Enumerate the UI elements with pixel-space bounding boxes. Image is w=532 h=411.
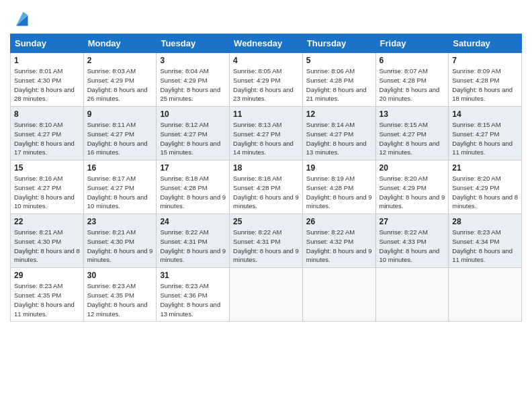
day-info: Sunrise: 8:22 AMSunset: 4:31 PMDaylight:… [233, 228, 299, 265]
calendar-cell: 2Sunrise: 8:03 AMSunset: 4:29 PMDaylight… [83, 53, 157, 107]
calendar-cell: 4Sunrise: 8:05 AMSunset: 4:29 PMDaylight… [230, 53, 303, 107]
day-info: Sunrise: 8:22 AMSunset: 4:33 PMDaylight:… [380, 228, 445, 265]
weekday-header-saturday: Saturday [449, 34, 522, 53]
calendar-cell: 10Sunrise: 8:12 AMSunset: 4:27 PMDayligh… [157, 107, 230, 161]
day-number: 11 [233, 109, 299, 119]
day-info: Sunrise: 8:12 AMSunset: 4:27 PMDaylight:… [160, 120, 226, 157]
day-info: Sunrise: 8:19 AMSunset: 4:28 PMDaylight:… [306, 174, 372, 211]
day-number: 26 [306, 217, 372, 226]
day-number: 3 [160, 56, 226, 65]
calendar-table: SundayMondayTuesdayWednesdayThursdayFrid… [10, 34, 522, 322]
week-row-4: 22Sunrise: 8:21 AMSunset: 4:30 PMDayligh… [11, 214, 522, 268]
calendar-cell: 31Sunrise: 8:23 AMSunset: 4:36 PMDayligh… [157, 268, 230, 322]
day-number: 6 [380, 56, 445, 65]
day-info: Sunrise: 8:21 AMSunset: 4:30 PMDaylight:… [14, 228, 80, 265]
calendar-cell: 13Sunrise: 8:15 AMSunset: 4:27 PMDayligh… [375, 107, 449, 161]
day-info: Sunrise: 8:18 AMSunset: 4:28 PMDaylight:… [233, 174, 299, 211]
day-number: 14 [452, 109, 518, 119]
logo-icon [11, 9, 30, 28]
calendar-cell: 25Sunrise: 8:22 AMSunset: 4:31 PMDayligh… [230, 214, 303, 268]
calendar-cell: 29Sunrise: 8:23 AMSunset: 4:35 PMDayligh… [11, 268, 84, 322]
day-number: 19 [306, 163, 372, 173]
day-info: Sunrise: 8:04 AMSunset: 4:29 PMDaylight:… [160, 66, 226, 103]
day-info: Sunrise: 8:14 AMSunset: 4:27 PMDaylight:… [306, 120, 372, 157]
day-number: 7 [452, 56, 518, 65]
calendar-cell: 21Sunrise: 8:20 AMSunset: 4:29 PMDayligh… [449, 161, 522, 214]
day-number: 13 [380, 109, 445, 119]
day-number: 21 [452, 163, 518, 173]
weekday-header-sunday: Sunday [11, 34, 84, 53]
day-number: 4 [233, 56, 299, 65]
week-row-5: 29Sunrise: 8:23 AMSunset: 4:35 PMDayligh… [11, 268, 522, 322]
day-info: Sunrise: 8:22 AMSunset: 4:32 PMDaylight:… [306, 228, 372, 265]
calendar-cell: 26Sunrise: 8:22 AMSunset: 4:32 PMDayligh… [302, 214, 375, 268]
week-row-1: 1Sunrise: 8:01 AMSunset: 4:30 PMDaylight… [11, 53, 522, 107]
day-number: 5 [306, 56, 372, 65]
day-info: Sunrise: 8:18 AMSunset: 4:28 PMDaylight:… [160, 174, 226, 211]
weekday-header-monday: Monday [83, 34, 157, 53]
calendar-cell: 14Sunrise: 8:15 AMSunset: 4:27 PMDayligh… [449, 107, 522, 161]
day-info: Sunrise: 8:06 AMSunset: 4:28 PMDaylight:… [306, 66, 372, 103]
day-info: Sunrise: 8:10 AMSunset: 4:27 PMDaylight:… [14, 120, 80, 157]
calendar-cell [449, 268, 522, 322]
calendar-cell: 1Sunrise: 8:01 AMSunset: 4:30 PMDaylight… [11, 53, 84, 107]
calendar-cell: 19Sunrise: 8:19 AMSunset: 4:28 PMDayligh… [302, 161, 375, 214]
calendar-cell: 27Sunrise: 8:22 AMSunset: 4:33 PMDayligh… [375, 214, 449, 268]
calendar-cell: 16Sunrise: 8:17 AMSunset: 4:27 PMDayligh… [83, 161, 157, 214]
weekday-header-friday: Friday [375, 34, 449, 53]
calendar-cell: 23Sunrise: 8:21 AMSunset: 4:30 PMDayligh… [83, 214, 157, 268]
day-number: 25 [233, 217, 299, 226]
week-row-2: 8Sunrise: 8:10 AMSunset: 4:27 PMDaylight… [11, 107, 522, 161]
calendar-cell: 5Sunrise: 8:06 AMSunset: 4:28 PMDaylight… [302, 53, 375, 107]
calendar-cell: 28Sunrise: 8:23 AMSunset: 4:34 PMDayligh… [449, 214, 522, 268]
day-info: Sunrise: 8:23 AMSunset: 4:35 PMDaylight:… [87, 281, 153, 318]
day-info: Sunrise: 8:07 AMSunset: 4:28 PMDaylight:… [380, 66, 445, 103]
day-number: 31 [160, 271, 226, 280]
weekday-header-wednesday: Wednesday [230, 34, 303, 53]
day-number: 10 [160, 109, 226, 119]
day-info: Sunrise: 8:23 AMSunset: 4:35 PMDaylight:… [14, 281, 80, 318]
week-row-3: 15Sunrise: 8:16 AMSunset: 4:27 PMDayligh… [11, 161, 522, 214]
day-info: Sunrise: 8:09 AMSunset: 4:28 PMDaylight:… [452, 66, 518, 103]
day-info: Sunrise: 8:15 AMSunset: 4:27 PMDaylight:… [380, 120, 445, 157]
day-info: Sunrise: 8:23 AMSunset: 4:34 PMDaylight:… [452, 228, 518, 265]
day-info: Sunrise: 8:13 AMSunset: 4:27 PMDaylight:… [233, 120, 299, 157]
calendar-cell [375, 268, 449, 322]
day-number: 16 [87, 163, 153, 173]
day-number: 20 [380, 163, 445, 173]
day-info: Sunrise: 8:11 AMSunset: 4:27 PMDaylight:… [87, 120, 153, 157]
page: SundayMondayTuesdayWednesdayThursdayFrid… [0, 0, 532, 411]
calendar-cell: 17Sunrise: 8:18 AMSunset: 4:28 PMDayligh… [157, 161, 230, 214]
day-info: Sunrise: 8:15 AMSunset: 4:27 PMDaylight:… [452, 120, 518, 157]
day-info: Sunrise: 8:05 AMSunset: 4:29 PMDaylight:… [233, 66, 299, 103]
day-number: 29 [14, 271, 80, 280]
day-number: 12 [306, 109, 372, 119]
day-number: 18 [233, 163, 299, 173]
day-info: Sunrise: 8:03 AMSunset: 4:29 PMDaylight:… [87, 66, 153, 103]
calendar-cell: 8Sunrise: 8:10 AMSunset: 4:27 PMDaylight… [11, 107, 84, 161]
day-number: 28 [452, 217, 518, 226]
day-info: Sunrise: 8:16 AMSunset: 4:27 PMDaylight:… [14, 174, 80, 211]
day-info: Sunrise: 8:01 AMSunset: 4:30 PMDaylight:… [14, 66, 80, 103]
calendar-cell: 11Sunrise: 8:13 AMSunset: 4:27 PMDayligh… [230, 107, 303, 161]
calendar-cell: 3Sunrise: 8:04 AMSunset: 4:29 PMDaylight… [157, 53, 230, 107]
header [10, 7, 522, 28]
calendar-cell: 30Sunrise: 8:23 AMSunset: 4:35 PMDayligh… [83, 268, 157, 322]
day-number: 15 [14, 163, 80, 173]
calendar-cell: 9Sunrise: 8:11 AMSunset: 4:27 PMDaylight… [83, 107, 157, 161]
day-number: 9 [87, 109, 153, 119]
weekday-header-row: SundayMondayTuesdayWednesdayThursdayFrid… [11, 34, 522, 53]
calendar-cell [230, 268, 303, 322]
weekday-header-thursday: Thursday [302, 34, 375, 53]
logo [10, 7, 30, 28]
calendar-cell: 24Sunrise: 8:22 AMSunset: 4:31 PMDayligh… [157, 214, 230, 268]
day-info: Sunrise: 8:23 AMSunset: 4:36 PMDaylight:… [160, 281, 226, 318]
day-info: Sunrise: 8:17 AMSunset: 4:27 PMDaylight:… [87, 174, 153, 211]
day-info: Sunrise: 8:21 AMSunset: 4:30 PMDaylight:… [87, 228, 153, 265]
day-number: 27 [380, 217, 445, 226]
day-info: Sunrise: 8:22 AMSunset: 4:31 PMDaylight:… [160, 228, 226, 265]
weekday-header-tuesday: Tuesday [157, 34, 230, 53]
day-info: Sunrise: 8:20 AMSunset: 4:29 PMDaylight:… [380, 174, 445, 211]
calendar-cell [302, 268, 375, 322]
day-number: 2 [87, 56, 153, 65]
